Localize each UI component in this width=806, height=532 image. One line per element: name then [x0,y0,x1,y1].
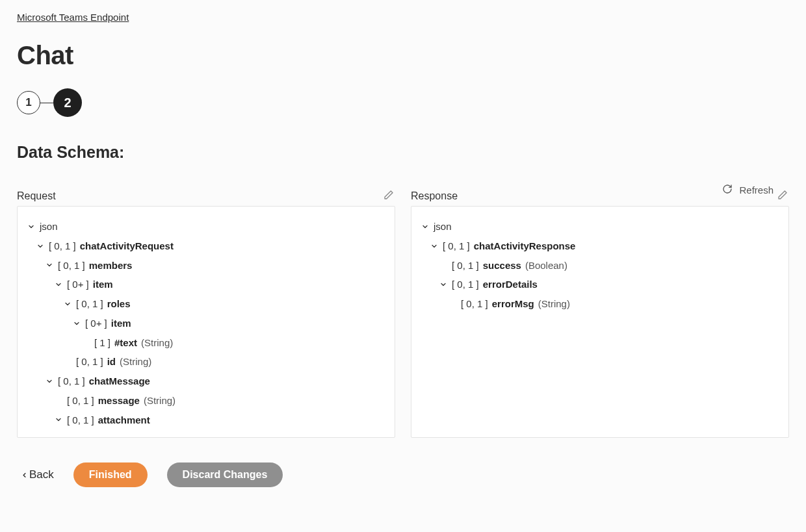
tree-node[interactable]: [ 0+ ] item [27,314,385,333]
node-label: json [40,220,58,234]
node-type: (String) [144,394,176,408]
tree-node[interactable]: [ 0, 1 ] errorDetails [421,275,779,294]
node-cardinality: [ 0, 1 ] [49,239,76,253]
node-name: id [107,355,116,369]
node-name: item [93,277,113,292]
section-title: Data Schema: [17,143,789,162]
finished-button[interactable]: Finished [73,462,148,487]
node-cardinality: [ 0, 1 ] [58,259,85,273]
step-1[interactable]: 1 [17,91,40,114]
chevron-down-icon[interactable] [430,242,439,251]
node-name: item [111,316,131,331]
chevron-down-icon[interactable] [63,299,72,309]
node-cardinality: [ 0, 1 ] [67,394,94,408]
node-cardinality: [ 0, 1 ] [443,239,470,253]
response-label: Response [411,190,458,202]
tree-node[interactable]: [ 0, 1 ] attachment [27,411,385,430]
chevron-down-icon[interactable] [36,242,45,251]
back-label: Back [29,468,54,481]
breadcrumb[interactable]: Microsoft Teams Endpoint [17,12,129,23]
tree-node[interactable]: [ 0, 1 ] chatMessage [27,372,385,391]
tree-node[interactable]: [ 0, 1 ] roles [27,294,385,314]
node-name: chatMessage [89,374,150,388]
chevron-down-icon[interactable] [421,222,430,231]
tree-node[interactable]: json [421,217,779,236]
node-name: success [483,259,521,273]
node-type: (String) [120,355,151,369]
chevron-down-icon[interactable] [439,280,448,289]
tree-node[interactable]: json [27,217,385,236]
node-name: #text [114,336,137,350]
chevron-down-icon[interactable] [72,319,81,328]
request-label: Request [17,190,56,202]
tree-node[interactable]: [ 1 ] #text (String) [27,333,385,353]
node-cardinality: [ 0, 1 ] [452,277,479,292]
discard-changes-button[interactable]: Discard Changes [167,462,283,487]
node-type: (String) [141,336,173,350]
step-2[interactable]: 2 [53,88,82,117]
node-label: json [434,220,452,234]
pencil-icon[interactable] [384,190,394,202]
node-cardinality: [ 0, 1 ] [67,413,94,427]
node-cardinality: [ 0+ ] [85,316,107,331]
node-name: attachment [98,413,150,427]
tree-node[interactable]: [ 0, 1 ] errorMsg (String) [421,294,779,314]
request-column: Request json[ 0, 1 ] chatActivityRequest… [17,190,395,438]
tree-node[interactable]: [ 0, 1 ] chatActivityResponse [421,236,779,256]
step-connector [40,103,53,103]
response-tree: json[ 0, 1 ] chatActivityResponse[ 0, 1 … [421,217,779,314]
back-button[interactable]: Back [21,468,54,481]
chevron-down-icon[interactable] [54,415,63,424]
node-name: errorDetails [483,277,538,292]
request-panel: json[ 0, 1 ] chatActivityRequest[ 0, 1 ]… [17,206,395,438]
node-name: members [89,259,133,273]
chevron-down-icon[interactable] [54,280,63,289]
node-cardinality: [ 0, 1 ] [76,355,103,369]
response-column: Response json[ 0, 1 ] chatActivityRespon… [411,190,789,438]
node-cardinality: [ 0+ ] [67,277,89,292]
tree-node[interactable]: [ 0, 1 ] chatActivityRequest [27,236,385,256]
chevron-left-icon [21,472,28,479]
tree-node[interactable]: [ 0, 1 ] message (String) [27,391,385,411]
node-cardinality: [ 0, 1 ] [461,297,488,311]
node-name: roles [107,297,131,311]
pencil-icon[interactable] [777,190,788,202]
node-name: chatActivityRequest [80,239,174,253]
node-type: (Boolean) [525,259,567,273]
page-title: Chat [17,41,789,70]
tree-node[interactable]: [ 0+ ] item [27,275,385,294]
node-cardinality: [ 0, 1 ] [76,297,103,311]
request-tree: json[ 0, 1 ] chatActivityRequest[ 0, 1 ]… [27,217,385,429]
chevron-down-icon[interactable] [45,260,54,270]
node-name: message [98,394,140,408]
tree-node[interactable]: [ 0, 1 ] success (Boolean) [421,256,779,275]
stepper: 1 2 [17,88,789,117]
response-panel: json[ 0, 1 ] chatActivityResponse[ 0, 1 … [411,206,789,438]
node-cardinality: [ 0, 1 ] [58,374,85,388]
chevron-down-icon[interactable] [27,222,36,231]
node-name: errorMsg [492,297,534,311]
node-cardinality: [ 1 ] [94,336,110,350]
tree-node[interactable]: [ 0, 1 ] members [27,256,385,275]
node-name: chatActivityResponse [474,239,576,253]
tree-node[interactable]: [ 0, 1 ] id (String) [27,352,385,372]
node-cardinality: [ 0, 1 ] [452,259,479,273]
node-type: (String) [538,297,570,311]
chevron-down-icon[interactable] [45,377,54,386]
